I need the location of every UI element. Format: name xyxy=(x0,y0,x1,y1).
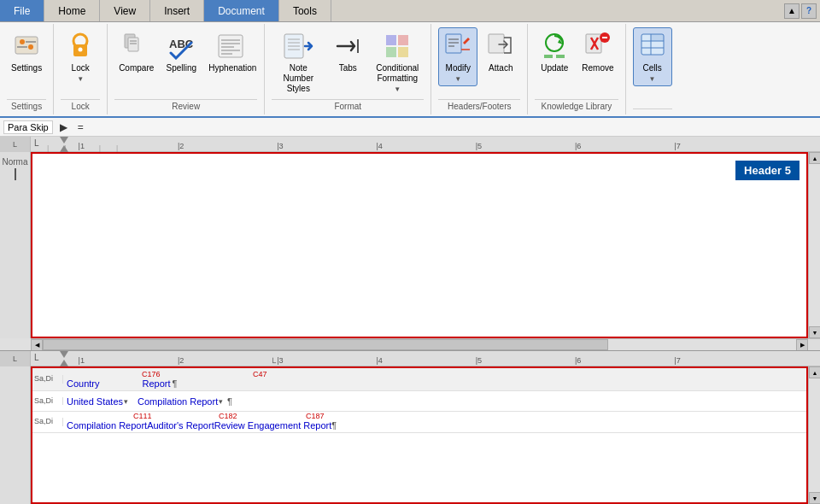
spelling-label: Spelling xyxy=(166,63,196,73)
svg-point-7 xyxy=(79,48,83,52)
svg-text:¶: ¶ xyxy=(227,396,232,406)
bottom-scroll-track[interactable] xyxy=(809,378,820,492)
cond-format-label: Conditional Formatting xyxy=(375,63,419,84)
hyphenation-button[interactable]: Hyphenation xyxy=(204,27,257,77)
hscroll-track-top[interactable] xyxy=(43,339,796,350)
remove-label: Remove xyxy=(582,63,613,73)
lock-button[interactable]: Lock ▼ xyxy=(61,27,100,86)
ribbon-group-headers-footers: Modify ▼ Attach Headers/Footers xyxy=(431,24,528,114)
lock-icon xyxy=(65,31,96,62)
row2-content: United States ▾ Compilation Report ▾ ¶ xyxy=(63,392,806,411)
help-button[interactable]: ? xyxy=(801,3,817,19)
para-style-select[interactable]: Para Skip xyxy=(3,120,53,134)
table-row-data1: Sa,Di United States ▾ Compilation Report… xyxy=(32,391,806,412)
para-bar: Para Skip ▶ = xyxy=(0,118,820,137)
format-group-label: Format xyxy=(272,99,424,111)
scroll-track-top[interactable] xyxy=(809,164,820,326)
dropdown-arrow-report[interactable]: ▾ xyxy=(219,397,223,406)
tab-document[interactable]: Document xyxy=(204,0,279,21)
modify-button[interactable]: Modify ▼ xyxy=(438,27,477,86)
bottom-ruler-corner-icon: L xyxy=(13,355,17,363)
tab-home[interactable]: Home xyxy=(44,0,100,21)
svg-text:|3: |3 xyxy=(277,142,283,150)
remove-icon xyxy=(583,31,613,62)
compare-icon xyxy=(121,31,152,62)
update-icon xyxy=(539,31,570,62)
bottom-ruler-marks: |1 |2 |3 |4 |5 |6 |7 L └ xyxy=(31,351,808,366)
cond-format-button[interactable]: Conditional Formatting ▼ xyxy=(371,27,424,97)
right-gutter-top: ▲ ▼ xyxy=(808,152,820,338)
hscroll-left-btn[interactable]: ◀ xyxy=(31,339,43,351)
ref-c187: C187 xyxy=(306,412,325,420)
cells-items: Cells ▼ xyxy=(633,27,672,107)
bottom-indent-marker-bottom[interactable] xyxy=(60,360,68,366)
cond-format-dropdown: ▼ xyxy=(394,85,401,93)
united-states-value: United States xyxy=(67,396,123,407)
tab-tools-label: Tools xyxy=(293,5,317,17)
tab-tools[interactable]: Tools xyxy=(279,0,331,21)
hscroll-right-btn[interactable]: ▶ xyxy=(796,339,808,351)
bottom-indent-marker-top[interactable] xyxy=(60,351,68,360)
tab-bar: File Home View Insert Document Tools ▲ ? xyxy=(0,0,820,22)
tabs-icon xyxy=(332,31,363,62)
bottom-content-pane[interactable]: Sa,Di C176 C47 Country Report ¶ xyxy=(31,366,808,504)
bottom-scroll-up-btn[interactable]: ▲ xyxy=(809,366,820,378)
ruler-svg: |1 |2 |3 |4 |5 |6 |7 xyxy=(31,137,808,152)
headers-footers-items: Modify ▼ Attach xyxy=(438,27,520,97)
bottom-main-area: Sa,Di C176 C47 Country Report ¶ xyxy=(0,366,820,504)
tabs-label: Tabs xyxy=(339,63,357,73)
scroll-down-btn[interactable]: ▼ xyxy=(809,326,820,338)
svg-point-4 xyxy=(28,44,33,50)
ref-c111: C111 xyxy=(133,412,152,420)
tab-stop-marker: L xyxy=(34,138,39,148)
tab-view[interactable]: View xyxy=(100,0,150,21)
remove-button[interactable]: Remove xyxy=(577,27,618,77)
editor-top-content[interactable]: Header 5 xyxy=(31,152,808,338)
ribbon: Settings Settings Lock ▼ xyxy=(0,22,820,118)
right-gutter-bottom: ▲ ▼ xyxy=(808,366,820,504)
svg-rect-36 xyxy=(544,55,553,58)
pilcrow-row3: ¶ xyxy=(331,420,337,431)
pilcrow-row2: ¶ xyxy=(227,396,236,407)
tab-file[interactable]: File xyxy=(0,0,44,21)
left-gutter-bottom xyxy=(0,366,31,504)
attach-icon xyxy=(485,31,516,62)
para-eq-btn[interactable]: = xyxy=(74,120,87,134)
svg-text:|5: |5 xyxy=(476,142,482,150)
row1-content: C176 C47 Country Report ¶ xyxy=(63,368,806,390)
scroll-up-btn[interactable]: ▲ xyxy=(809,152,820,164)
hyphenation-icon xyxy=(215,31,246,62)
para-style-label: Para Skip xyxy=(8,122,49,132)
lock-dropdown: ▼ xyxy=(77,75,84,83)
spelling-button[interactable]: ABC Spelling xyxy=(161,27,201,77)
svg-rect-47 xyxy=(651,34,664,41)
auditor-report-opt: Auditor's Report xyxy=(147,420,214,431)
indent-marker-top[interactable] xyxy=(60,137,68,145)
indent-marker-bottom[interactable] xyxy=(60,145,68,152)
tabs-button[interactable]: Tabs xyxy=(328,27,367,77)
ribbon-group-review: Compare ABC Spelling xyxy=(108,24,265,114)
tab-insert[interactable]: Insert xyxy=(150,0,204,21)
cells-icon xyxy=(637,31,668,62)
svg-text:|3: |3 xyxy=(277,356,283,365)
headers-footers-label: Headers/Footers xyxy=(438,99,520,111)
bottom-scroll-down-btn[interactable]: ▼ xyxy=(809,492,820,504)
app-container: File Home View Insert Document Tools ▲ ? xyxy=(0,0,820,504)
hscroll-corner-top xyxy=(808,339,820,350)
update-button[interactable]: Update xyxy=(535,27,574,77)
attach-button[interactable]: Attach xyxy=(481,27,520,77)
update-label: Update xyxy=(541,63,568,73)
editor-top-main: Norma Header 5 ▲ ▼ xyxy=(0,152,820,338)
collapse-button[interactable]: ▲ xyxy=(784,3,800,19)
cells-button[interactable]: Cells ▼ xyxy=(633,27,672,86)
para-play-btn[interactable]: ▶ xyxy=(56,120,71,134)
compare-button[interactable]: Compare xyxy=(114,27,158,77)
dropdown-arrow-country[interactable]: ▾ xyxy=(124,397,128,406)
hscroll-top: ◀ ▶ xyxy=(31,338,820,350)
ribbon-group-settings: Settings Settings xyxy=(0,24,54,114)
note-number-button[interactable]: Note Number Styles xyxy=(272,27,325,97)
cond-format-icon xyxy=(382,31,413,62)
tab-home-label: Home xyxy=(58,5,85,17)
settings-button[interactable]: Settings xyxy=(7,27,46,77)
comp-report-opt: Compilation Report xyxy=(67,420,147,431)
